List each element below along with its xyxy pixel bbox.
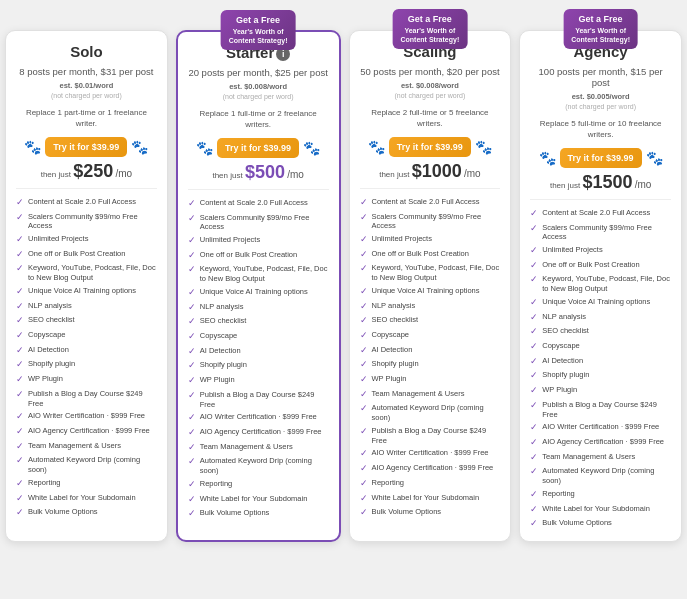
check-icon-scaling-9: ✓ [360,345,368,357]
feature-item-starter-11: ✓ WP Plugin [188,374,329,389]
feature-text-agency-18: White Label for Your Subdomain [542,504,671,514]
free-badge-starter: Get a Free Year's Worth ofContent Strate… [221,10,296,50]
feature-text-scaling-6: NLP analysis [372,301,501,311]
try-button-solo[interactable]: Try it for $39.99 [45,137,127,157]
try-button-agency[interactable]: Try it for $39.99 [560,148,642,168]
feature-item-solo-12: ✓ Publish a Blog a Day Course $249 Free [16,387,157,410]
price-big-solo: $250 [73,161,113,181]
feature-item-solo-5: ✓ Unique Voice AI Training options [16,284,157,299]
feature-text-agency-7: SEO checklist [542,326,671,336]
feature-text-solo-7: SEO checklist [28,315,157,325]
feature-text-scaling-12: Team Management & Users [372,389,501,399]
feature-text-scaling-19: Bulk Volume Options [372,507,501,517]
feature-item-scaling-10: ✓ Shopify plugin [360,358,501,373]
arrow-left-icon: 🐾 [196,140,213,156]
feature-item-agency-13: ✓ AIO Writer Certification · $999 Free [530,421,671,436]
feature-text-starter-3: One off or Bulk Post Creation [200,250,329,260]
feature-item-solo-3: ✓ One off or Bulk Post Creation [16,247,157,262]
check-icon-scaling-6: ✓ [360,301,368,313]
check-icon-solo-17: ✓ [16,478,24,490]
try-button-scaling[interactable]: Try it for $39.99 [389,137,471,157]
check-icon-solo-7: ✓ [16,315,24,327]
feature-item-solo-2: ✓ Unlimited Projects [16,233,157,248]
feature-text-starter-10: Shopify plugin [200,360,329,370]
feature-item-agency-5: ✓ Unique Voice AI Training options [530,295,671,310]
feature-item-solo-10: ✓ Shopify plugin [16,358,157,373]
check-icon-starter-3: ✓ [188,250,196,262]
price-mo-starter: /mo [287,169,304,180]
feature-item-solo-19: ✓ Bulk Volume Options [16,506,157,521]
arrow-left-icon: 🐾 [24,139,41,155]
not-charged-agency: (not charged per word) [530,103,671,110]
check-icon-scaling-10: ✓ [360,359,368,371]
feature-item-scaling-14: ✓ Publish a Blog a Day Course $249 Free [360,424,501,447]
check-icon-solo-12: ✓ [16,389,24,401]
feature-item-scaling-13: ✓ Automated Keyword Drip (coming soon) [360,402,501,425]
feature-text-starter-2: Unlimited Projects [200,235,329,245]
feature-text-agency-12: Publish a Blog a Day Course $249 Free [542,400,671,420]
feature-item-starter-8: ✓ Copyscape [188,330,329,345]
feature-item-agency-3: ✓ One off or Bulk Post Creation [530,258,671,273]
feature-item-agency-6: ✓ NLP analysis [530,310,671,325]
feature-text-solo-0: Content at Scale 2.0 Full Access [28,197,157,207]
feature-item-scaling-7: ✓ SEO checklist [360,314,501,329]
check-icon-scaling-19: ✓ [360,507,368,519]
check-icon-starter-9: ✓ [188,346,196,358]
check-icon-scaling-16: ✓ [360,463,368,475]
arrow-left-icon: 🐾 [539,150,556,166]
not-charged-scaling: (not charged per word) [360,92,501,99]
feature-item-agency-7: ✓ SEO checklist [530,325,671,340]
feature-text-solo-19: Bulk Volume Options [28,507,157,517]
price-mo-agency: /mo [635,179,652,190]
check-icon-solo-13: ✓ [16,411,24,423]
feature-item-scaling-5: ✓ Unique Voice AI Training options [360,284,501,299]
check-icon-agency-14: ✓ [530,437,538,449]
feature-text-scaling-4: Keyword, YouTube, Podcast, File, Doc to … [372,263,501,283]
feature-item-agency-8: ✓ Copyscape [530,340,671,355]
feature-item-starter-6: ✓ NLP analysis [188,300,329,315]
check-icon-solo-3: ✓ [16,249,24,261]
feature-text-scaling-9: AI Detection [372,345,501,355]
feature-text-scaling-11: WP Plugin [372,374,501,384]
plan-name-solo: Solo [16,43,157,60]
feature-text-starter-16: Automated Keyword Drip (coming soon) [200,456,329,476]
check-icon-starter-15: ✓ [188,442,196,454]
feature-text-agency-4: Keyword, YouTube, Podcast, File, Doc to … [542,274,671,294]
feature-item-scaling-3: ✓ One off or Bulk Post Creation [360,247,501,262]
check-icon-scaling-11: ✓ [360,374,368,386]
est-cost-starter: est. $0.008/word [188,82,329,91]
feature-item-agency-10: ✓ Shopify plugin [530,369,671,384]
check-icon-starter-8: ✓ [188,331,196,343]
check-icon-solo-2: ✓ [16,234,24,246]
check-icon-solo-9: ✓ [16,345,24,357]
feature-item-scaling-2: ✓ Unlimited Projects [360,233,501,248]
check-icon-agency-6: ✓ [530,312,538,324]
divider-solo [16,188,157,189]
check-icon-scaling-4: ✓ [360,263,368,275]
feature-text-agency-14: AIO Agency Certification · $999 Free [542,437,671,447]
feature-item-scaling-4: ✓ Keyword, YouTube, Podcast, File, Doc t… [360,262,501,285]
check-icon-agency-18: ✓ [530,504,538,516]
arrow-right-icon: 🐾 [303,140,320,156]
feature-text-scaling-18: White Label for Your Subdomain [372,493,501,503]
check-icon-starter-13: ✓ [188,412,196,424]
feature-text-starter-7: SEO checklist [200,316,329,326]
feature-item-agency-14: ✓ AIO Agency Certification · $999 Free [530,435,671,450]
feature-item-solo-0: ✓ Content at Scale 2.0 Full Access [16,195,157,210]
check-icon-agency-0: ✓ [530,208,538,220]
feature-item-scaling-0: ✓ Content at Scale 2.0 Full Access [360,195,501,210]
feature-item-scaling-16: ✓ AIO Agency Certification · $999 Free [360,462,501,477]
check-icon-scaling-1: ✓ [360,212,368,224]
check-icon-starter-16: ✓ [188,456,196,468]
divider-agency [530,199,671,200]
feature-item-scaling-8: ✓ Copyscape [360,329,501,344]
feature-item-solo-15: ✓ Team Management & Users [16,439,157,454]
check-icon-scaling-2: ✓ [360,234,368,246]
feature-item-starter-10: ✓ Shopify plugin [188,359,329,374]
check-icon-starter-6: ✓ [188,302,196,314]
feature-text-agency-11: WP Plugin [542,385,671,395]
price-mo-scaling: /mo [464,168,481,179]
divider-starter [188,189,329,190]
try-button-starter[interactable]: Try it for $39.99 [217,138,299,158]
feature-item-scaling-17: ✓ Reporting [360,476,501,491]
